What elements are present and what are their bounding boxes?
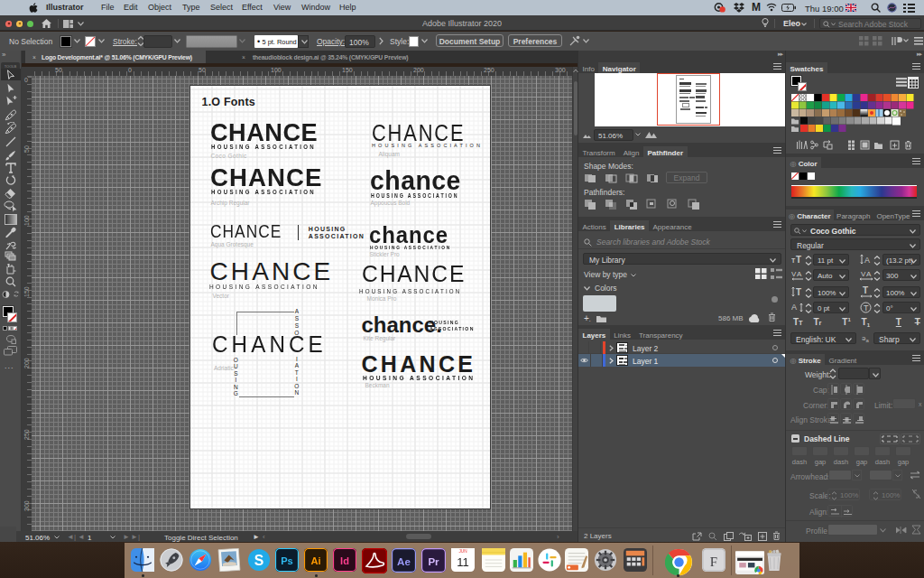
- svg-text:T: T: [796, 287, 801, 297]
- svg-text:Ae: Ae: [397, 556, 411, 567]
- svg-text:S: S: [254, 553, 264, 568]
- svg-text:JUN: JUN: [459, 549, 467, 554]
- svg-text:A: A: [791, 303, 797, 312]
- svg-text:Id: Id: [340, 555, 349, 566]
- svg-text:A: A: [866, 270, 872, 278]
- svg-text:11: 11: [457, 555, 469, 569]
- svg-text:T: T: [796, 255, 801, 265]
- svg-text:A: A: [797, 270, 802, 278]
- svg-text:Ai: Ai: [310, 555, 320, 566]
- svg-text:Pr: Pr: [428, 556, 439, 567]
- svg-text:Ps: Ps: [281, 555, 293, 566]
- svg-text:F: F: [710, 555, 717, 569]
- svg-text:T: T: [863, 286, 868, 295]
- svg-text:T: T: [864, 303, 869, 312]
- svg-text:A: A: [864, 256, 870, 265]
